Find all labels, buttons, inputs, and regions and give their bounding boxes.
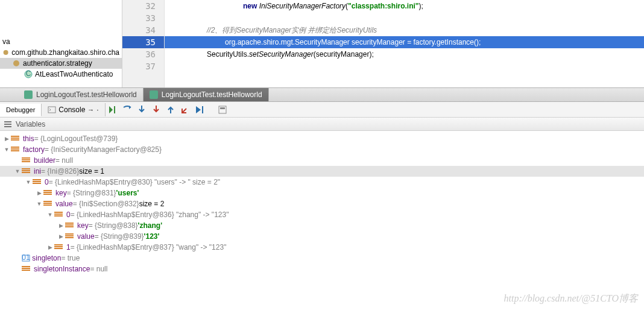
var-row[interactable]: ▶value = {String@839} '123' — [0, 231, 644, 242]
code-line — [165, 60, 644, 72]
svg-rect-7 — [220, 107, 225, 109]
collapse-icon[interactable]: ▼ — [14, 168, 21, 174]
test-ok-icon — [150, 90, 158, 99]
collapse-icon[interactable]: ▼ — [25, 179, 31, 185]
tree-class[interactable]: C AtLeastTwoAuthenticato — [0, 69, 122, 80]
tree-package[interactable]: com.github.zhangkaitao.shiro.cha — [0, 47, 122, 58]
step-out-icon[interactable] — [166, 105, 175, 115]
collapse-icon[interactable]: ▼ — [36, 201, 42, 207]
var-row[interactable]: ▼factory = {IniSecurityManagerFactory@82… — [0, 144, 644, 155]
step-into-icon[interactable] — [137, 105, 147, 115]
tab-console[interactable]: Console →· — [42, 103, 105, 116]
line-gutter: 32 33 34 35 36 37 — [122, 0, 165, 87]
var-row[interactable]: ▶key = {String@838} 'zhang' — [0, 220, 644, 231]
tab-debugger[interactable]: Debugger — [0, 104, 42, 116]
expand-icon[interactable]: ▶ — [58, 233, 64, 239]
test-ok-icon — [24, 90, 33, 99]
run-tab-active[interactable]: LoginLogoutTest.testHelloworld — [144, 88, 269, 101]
var-row[interactable]: ▼0 = {LinkedHashMap$Entry@836} "zhang" -… — [0, 209, 644, 220]
primitive-icon: 01 — [22, 255, 30, 262]
resume-icon[interactable] — [108, 105, 118, 115]
variables-header: Variables — [0, 118, 644, 131]
expand-icon[interactable]: ▶ — [58, 223, 64, 229]
project-tree[interactable]: va com.github.zhangkaitao.shiro.cha auth… — [0, 0, 122, 87]
expand-icon[interactable]: ▶ — [36, 190, 42, 196]
svg-point-0 — [4, 50, 8, 55]
tree-file[interactable]: va — [0, 36, 122, 47]
var-row[interactable]: ▶1 = {LinkedHashMap$Entry@837} "wang" ->… — [0, 242, 644, 253]
run-tab-bar: LoginLogoutTest.testHelloworld LoginLogo… — [0, 87, 644, 102]
tree-subpackage[interactable]: authenticator.strategy — [0, 58, 122, 69]
svg-point-1 — [13, 60, 19, 66]
evaluate-icon[interactable] — [218, 105, 227, 115]
svg-rect-4 — [48, 107, 55, 113]
var-row[interactable]: singletonInstance = null — [0, 264, 644, 274]
code-line: new IniSecurityManagerFactory("classpath… — [165, 0, 644, 12]
code-line: SecurityUtils.setSecurityManager(securit… — [165, 48, 644, 60]
package-icon — [12, 59, 21, 68]
code-editor[interactable]: new IniSecurityManagerFactory("classpath… — [165, 0, 644, 87]
var-row[interactable]: builder = null — [0, 155, 644, 166]
variables-tree[interactable]: ▶this = {LoginLogoutTest@739} ▼factory =… — [0, 131, 644, 277]
package-icon — [2, 48, 9, 57]
var-row[interactable]: ▶this = {LoginLogoutTest@739} — [0, 133, 644, 144]
watermark: http://blog.csdn.net/@51CTO博客 — [504, 293, 638, 305]
collapse-icon[interactable]: ▼ — [4, 147, 10, 153]
console-icon — [48, 106, 56, 114]
expand-icon[interactable]: ▶ — [4, 136, 10, 142]
var-row[interactable]: 01 singleton = true — [0, 253, 644, 264]
debug-toolbar: Debugger Console →· — [0, 102, 644, 118]
collapse-icon[interactable]: ▼ — [47, 212, 53, 218]
svg-rect-6 — [219, 106, 226, 113]
var-row[interactable]: ▶key = {String@831} 'users' — [0, 188, 644, 198]
step-over-icon[interactable] — [122, 105, 132, 115]
force-step-into-icon[interactable] — [151, 105, 161, 115]
var-row[interactable]: ▼0 = {LinkedHashMap$Entry@830} "users" -… — [0, 177, 644, 188]
code-line-selected: org.apache.shiro.mgt.SecurityManager sec… — [165, 36, 644, 48]
var-row[interactable]: ▼value = {Ini$Section@832} size = 2 — [0, 198, 644, 209]
editor-area: va com.github.zhangkaitao.shiro.cha auth… — [0, 0, 644, 87]
var-row-selected[interactable]: ▼ini = {Ini@826} size = 1 — [0, 166, 644, 177]
drop-frame-icon[interactable] — [180, 105, 190, 115]
class-icon: C — [24, 70, 33, 78]
svg-text:C: C — [26, 70, 31, 78]
menu-icon[interactable] — [4, 120, 12, 128]
code-line: //2、得到SecurityManager实例 并绑定给SecurityUtil… — [165, 24, 644, 36]
code-line — [165, 12, 644, 24]
expand-icon[interactable]: ▶ — [47, 244, 53, 250]
svg-rect-5 — [202, 106, 203, 113]
svg-text:01: 01 — [22, 255, 30, 262]
run-tab[interactable]: LoginLogoutTest.testHelloworld — [18, 88, 144, 101]
run-to-cursor-icon[interactable] — [195, 105, 204, 115]
